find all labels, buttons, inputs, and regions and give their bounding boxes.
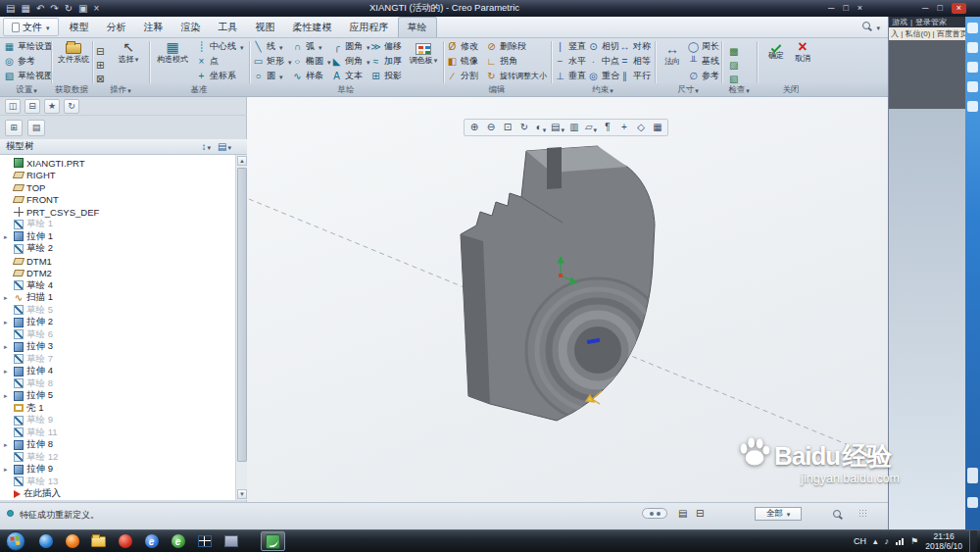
scroll-down-button[interactable]: ▼ bbox=[237, 489, 247, 499]
chevron-down-icon[interactable] bbox=[876, 17, 880, 34]
resize-grip[interactable] bbox=[858, 509, 868, 519]
expander-icon[interactable] bbox=[4, 294, 11, 301]
expander-icon[interactable] bbox=[4, 319, 11, 326]
corner-button[interactable]: 拐角 bbox=[486, 55, 517, 68]
tree-item[interactable]: 草绘 7 bbox=[0, 353, 235, 366]
tree-item[interactable]: RIGHT bbox=[0, 170, 235, 182]
taskbar-app-5[interactable] bbox=[139, 531, 164, 551]
expander-icon[interactable] bbox=[4, 441, 11, 448]
cancel-button[interactable]: ×取消 bbox=[790, 40, 815, 81]
browser-menu-game[interactable]: 游戏 bbox=[892, 17, 907, 27]
feature-list-icon[interactable] bbox=[678, 509, 687, 519]
display-style-button[interactable] bbox=[533, 121, 549, 134]
tree-item[interactable]: 草绘 8 bbox=[0, 377, 235, 390]
browser-close-button[interactable] bbox=[952, 3, 966, 14]
tab-analysis[interactable]: 分析 bbox=[98, 18, 135, 36]
network-icon[interactable] bbox=[896, 538, 904, 545]
strip-icon-5[interactable] bbox=[967, 101, 978, 112]
clipboard-icon[interactable] bbox=[696, 509, 704, 519]
tree-item[interactable]: 草绘 12 bbox=[0, 451, 235, 464]
tree-columns-button[interactable] bbox=[202, 141, 212, 152]
refit-button[interactable] bbox=[500, 121, 515, 134]
repaint-button[interactable] bbox=[516, 121, 532, 134]
taskbar-app-2[interactable] bbox=[60, 531, 84, 551]
shade-closed-loops-button[interactable] bbox=[729, 69, 742, 80]
model-tree-tab-button[interactable] bbox=[5, 120, 23, 136]
tree-item[interactable]: 草绘 9 bbox=[0, 415, 235, 427]
tree-item[interactable]: 草绘 11 bbox=[0, 427, 235, 439]
tab-tools[interactable]: 工具 bbox=[210, 18, 247, 36]
constraint-symmetric-button[interactable]: 对称 bbox=[619, 40, 651, 53]
normal-dimension-button[interactable]: 法向 bbox=[659, 40, 686, 81]
perspective-button[interactable] bbox=[633, 121, 649, 134]
group-label-inspect[interactable]: 检查 bbox=[721, 83, 757, 97]
constraint-parallel-button[interactable]: 平行 bbox=[619, 70, 651, 82]
scroll-up-button[interactable]: ▲ bbox=[237, 156, 247, 166]
chamfer-button[interactable]: 倒角 bbox=[331, 55, 370, 68]
folder-browser-button[interactable] bbox=[24, 99, 40, 114]
tree-item[interactable]: 扫描 1 bbox=[0, 292, 235, 305]
start-button[interactable] bbox=[6, 531, 25, 551]
show-navigator-button[interactable] bbox=[5, 99, 21, 114]
close-button[interactable] bbox=[858, 4, 862, 13]
selection-filter-dropdown[interactable]: 全部 bbox=[755, 507, 802, 521]
save-icon[interactable] bbox=[21, 4, 29, 14]
browser-subbar[interactable]: 入 | 私信(0) | 百度首页 bbox=[889, 27, 965, 40]
strip-icon-4[interactable] bbox=[967, 81, 978, 92]
strip-phone-icon[interactable] bbox=[967, 468, 978, 483]
mirror-button[interactable]: 镜像 bbox=[447, 55, 478, 68]
strip-collapse-icon[interactable] bbox=[967, 497, 978, 508]
taskbar-app-1[interactable] bbox=[33, 531, 58, 551]
annotation-display-button[interactable] bbox=[600, 121, 615, 134]
taskbar-creo-button[interactable] bbox=[261, 531, 285, 551]
expander-icon[interactable] bbox=[4, 368, 11, 375]
arc-button[interactable]: 弧 bbox=[292, 40, 322, 53]
reference-dimension-button[interactable]: 参考 bbox=[688, 70, 719, 82]
constraint-coincident-button[interactable]: 重合 bbox=[588, 70, 619, 82]
tree-item[interactable]: 拉伸 1 bbox=[0, 230, 235, 243]
browser-minimize-button[interactable] bbox=[922, 4, 928, 13]
operations-button-1[interactable] bbox=[96, 41, 109, 53]
view-manager-button[interactable] bbox=[566, 121, 582, 134]
saved-orientations-button[interactable] bbox=[550, 121, 565, 134]
find-icon[interactable] bbox=[833, 510, 841, 518]
show-desktop-button[interactable] bbox=[969, 530, 977, 552]
tree-item-part[interactable]: XIANGTI.PRT bbox=[0, 157, 235, 170]
spline-button[interactable]: 样条 bbox=[292, 70, 323, 82]
tab-model[interactable]: 模型 bbox=[61, 18, 98, 36]
constraint-perpendicular-button[interactable]: 垂直 bbox=[555, 70, 586, 82]
tree-item[interactable]: 壳 1 bbox=[0, 402, 235, 415]
minimize-button[interactable] bbox=[828, 4, 834, 13]
group-label-settings[interactable]: 设置 bbox=[2, 83, 51, 97]
taskbar-app-7[interactable] bbox=[192, 531, 217, 551]
tree-item[interactable]: 草绘 5 bbox=[0, 304, 235, 317]
browser-maximize-button[interactable] bbox=[937, 4, 942, 13]
datum-display-filter-button[interactable] bbox=[583, 121, 599, 134]
capture-button[interactable] bbox=[650, 121, 665, 134]
tree-item-insert-here[interactable]: 在此插入 bbox=[0, 488, 235, 501]
divide-button[interactable]: 分割 bbox=[447, 70, 478, 82]
datum-point-button[interactable]: 点 bbox=[196, 55, 219, 68]
tab-applications[interactable]: 应用程序 bbox=[341, 18, 398, 36]
ok-button[interactable]: 确定 bbox=[762, 40, 790, 81]
palette-button[interactable]: 调色板 bbox=[406, 40, 441, 81]
folder-tab-button[interactable] bbox=[27, 120, 45, 136]
file-menu-button[interactable]: 文件 bbox=[3, 18, 59, 36]
circle-button[interactable]: 圆 bbox=[253, 70, 283, 82]
group-label-constrain[interactable]: 约束 bbox=[551, 83, 655, 97]
fillet-button[interactable]: 圆角 bbox=[331, 40, 370, 53]
delete-segment-button[interactable]: 删除段 bbox=[486, 40, 526, 53]
tree-item[interactable]: 拉伸 4 bbox=[0, 366, 235, 378]
redo-icon[interactable] bbox=[50, 4, 58, 14]
constraint-midpoint-button[interactable]: 中点 bbox=[588, 55, 619, 68]
tree-scrollbar[interactable]: ▲ ▼ bbox=[235, 155, 247, 500]
tree-item[interactable]: 拉伸 3 bbox=[0, 341, 235, 354]
tab-flexible-modeling[interactable]: 柔性建模 bbox=[284, 18, 341, 36]
tab-render[interactable]: 渲染 bbox=[172, 18, 210, 36]
baseline-dimension-button[interactable]: 基线 bbox=[688, 55, 719, 68]
undo-icon[interactable] bbox=[36, 4, 44, 14]
tree-item[interactable]: 草绘 6 bbox=[0, 328, 235, 341]
rotate-resize-button[interactable]: 旋转调整大小 bbox=[486, 70, 547, 82]
strip-icon-2[interactable] bbox=[967, 42, 978, 53]
browser-menu-login[interactable]: 登录管家 bbox=[915, 17, 947, 27]
